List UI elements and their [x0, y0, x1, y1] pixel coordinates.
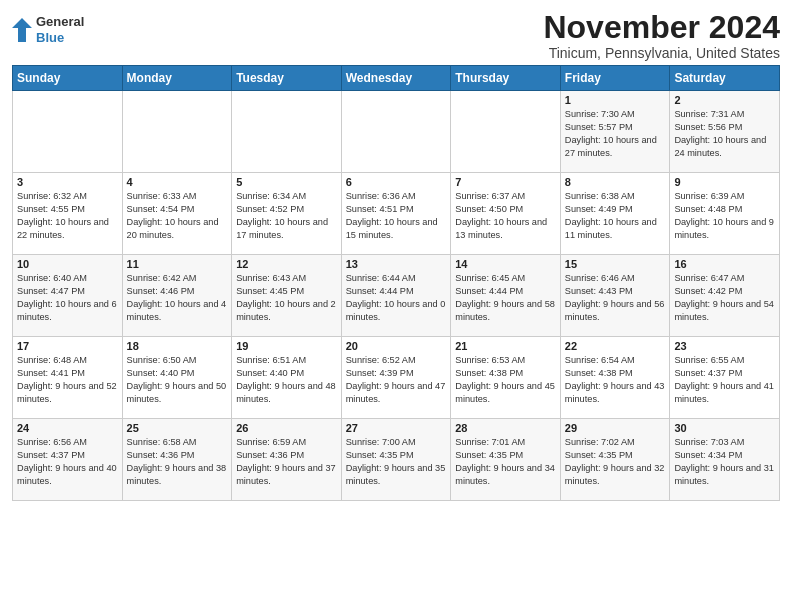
calendar-cell: 9Sunrise: 6:39 AM Sunset: 4:48 PM Daylig…: [670, 173, 780, 255]
day-info: Sunrise: 7:30 AM Sunset: 5:57 PM Dayligh…: [565, 108, 666, 160]
header-saturday: Saturday: [670, 66, 780, 91]
day-info: Sunrise: 6:42 AM Sunset: 4:46 PM Dayligh…: [127, 272, 228, 324]
header-sunday: Sunday: [13, 66, 123, 91]
svg-marker-0: [12, 18, 32, 42]
day-number: 28: [455, 422, 556, 434]
calendar-cell: 28Sunrise: 7:01 AM Sunset: 4:35 PM Dayli…: [451, 419, 561, 501]
day-number: 14: [455, 258, 556, 270]
day-number: 15: [565, 258, 666, 270]
day-number: 26: [236, 422, 337, 434]
calendar-cell: 27Sunrise: 7:00 AM Sunset: 4:35 PM Dayli…: [341, 419, 451, 501]
day-info: Sunrise: 6:54 AM Sunset: 4:38 PM Dayligh…: [565, 354, 666, 406]
calendar-cell: 15Sunrise: 6:46 AM Sunset: 4:43 PM Dayli…: [560, 255, 670, 337]
calendar-week-1: 3Sunrise: 6:32 AM Sunset: 4:55 PM Daylig…: [13, 173, 780, 255]
day-number: 4: [127, 176, 228, 188]
calendar-cell: 19Sunrise: 6:51 AM Sunset: 4:40 PM Dayli…: [232, 337, 342, 419]
day-number: 9: [674, 176, 775, 188]
day-info: Sunrise: 6:43 AM Sunset: 4:45 PM Dayligh…: [236, 272, 337, 324]
day-number: 6: [346, 176, 447, 188]
calendar-cell: 7Sunrise: 6:37 AM Sunset: 4:50 PM Daylig…: [451, 173, 561, 255]
day-number: 11: [127, 258, 228, 270]
calendar-cell: 23Sunrise: 6:55 AM Sunset: 4:37 PM Dayli…: [670, 337, 780, 419]
day-info: Sunrise: 7:31 AM Sunset: 5:56 PM Dayligh…: [674, 108, 775, 160]
day-info: Sunrise: 6:34 AM Sunset: 4:52 PM Dayligh…: [236, 190, 337, 242]
logo-text: General Blue: [12, 14, 84, 45]
day-number: 7: [455, 176, 556, 188]
calendar-week-3: 17Sunrise: 6:48 AM Sunset: 4:41 PM Dayli…: [13, 337, 780, 419]
calendar-header-row: Sunday Monday Tuesday Wednesday Thursday…: [13, 66, 780, 91]
calendar-week-2: 10Sunrise: 6:40 AM Sunset: 4:47 PM Dayli…: [13, 255, 780, 337]
day-info: Sunrise: 6:36 AM Sunset: 4:51 PM Dayligh…: [346, 190, 447, 242]
day-number: 30: [674, 422, 775, 434]
header-friday: Friday: [560, 66, 670, 91]
day-info: Sunrise: 6:51 AM Sunset: 4:40 PM Dayligh…: [236, 354, 337, 406]
calendar-cell: 8Sunrise: 6:38 AM Sunset: 4:49 PM Daylig…: [560, 173, 670, 255]
calendar-cell: 6Sunrise: 6:36 AM Sunset: 4:51 PM Daylig…: [341, 173, 451, 255]
header-tuesday: Tuesday: [232, 66, 342, 91]
day-number: 24: [17, 422, 118, 434]
day-number: 8: [565, 176, 666, 188]
day-info: Sunrise: 6:56 AM Sunset: 4:37 PM Dayligh…: [17, 436, 118, 488]
calendar-cell: 26Sunrise: 6:59 AM Sunset: 4:36 PM Dayli…: [232, 419, 342, 501]
calendar-cell: 30Sunrise: 7:03 AM Sunset: 4:34 PM Dayli…: [670, 419, 780, 501]
calendar-cell: 29Sunrise: 7:02 AM Sunset: 4:35 PM Dayli…: [560, 419, 670, 501]
day-info: Sunrise: 7:00 AM Sunset: 4:35 PM Dayligh…: [346, 436, 447, 488]
calendar-cell: 11Sunrise: 6:42 AM Sunset: 4:46 PM Dayli…: [122, 255, 232, 337]
day-number: 16: [674, 258, 775, 270]
day-info: Sunrise: 7:01 AM Sunset: 4:35 PM Dayligh…: [455, 436, 556, 488]
calendar-cell: 1Sunrise: 7:30 AM Sunset: 5:57 PM Daylig…: [560, 91, 670, 173]
header-wednesday: Wednesday: [341, 66, 451, 91]
day-info: Sunrise: 6:39 AM Sunset: 4:48 PM Dayligh…: [674, 190, 775, 242]
day-number: 10: [17, 258, 118, 270]
day-number: 22: [565, 340, 666, 352]
day-info: Sunrise: 6:53 AM Sunset: 4:38 PM Dayligh…: [455, 354, 556, 406]
calendar-cell: 25Sunrise: 6:58 AM Sunset: 4:36 PM Dayli…: [122, 419, 232, 501]
day-number: 12: [236, 258, 337, 270]
calendar-cell: 24Sunrise: 6:56 AM Sunset: 4:37 PM Dayli…: [13, 419, 123, 501]
day-info: Sunrise: 6:44 AM Sunset: 4:44 PM Dayligh…: [346, 272, 447, 324]
header-thursday: Thursday: [451, 66, 561, 91]
calendar-cell: 10Sunrise: 6:40 AM Sunset: 4:47 PM Dayli…: [13, 255, 123, 337]
day-number: 20: [346, 340, 447, 352]
day-number: 19: [236, 340, 337, 352]
subtitle: Tinicum, Pennsylvania, United States: [543, 45, 780, 61]
day-info: Sunrise: 6:47 AM Sunset: 4:42 PM Dayligh…: [674, 272, 775, 324]
day-info: Sunrise: 6:48 AM Sunset: 4:41 PM Dayligh…: [17, 354, 118, 406]
day-info: Sunrise: 6:50 AM Sunset: 4:40 PM Dayligh…: [127, 354, 228, 406]
day-number: 25: [127, 422, 228, 434]
header-monday: Monday: [122, 66, 232, 91]
day-number: 21: [455, 340, 556, 352]
day-info: Sunrise: 6:37 AM Sunset: 4:50 PM Dayligh…: [455, 190, 556, 242]
calendar-week-4: 24Sunrise: 6:56 AM Sunset: 4:37 PM Dayli…: [13, 419, 780, 501]
calendar-cell: 14Sunrise: 6:45 AM Sunset: 4:44 PM Dayli…: [451, 255, 561, 337]
day-number: 1: [565, 94, 666, 106]
calendar-cell: 21Sunrise: 6:53 AM Sunset: 4:38 PM Dayli…: [451, 337, 561, 419]
calendar-week-0: 1Sunrise: 7:30 AM Sunset: 5:57 PM Daylig…: [13, 91, 780, 173]
calendar-cell: 17Sunrise: 6:48 AM Sunset: 4:41 PM Dayli…: [13, 337, 123, 419]
day-number: 2: [674, 94, 775, 106]
day-info: Sunrise: 6:45 AM Sunset: 4:44 PM Dayligh…: [455, 272, 556, 324]
calendar-cell: 12Sunrise: 6:43 AM Sunset: 4:45 PM Dayli…: [232, 255, 342, 337]
calendar-cell: [451, 91, 561, 173]
day-number: 17: [17, 340, 118, 352]
day-info: Sunrise: 6:55 AM Sunset: 4:37 PM Dayligh…: [674, 354, 775, 406]
day-number: 23: [674, 340, 775, 352]
day-number: 5: [236, 176, 337, 188]
calendar-cell: [13, 91, 123, 173]
calendar-cell: [232, 91, 342, 173]
logo: General Blue: [12, 14, 84, 45]
calendar-table: Sunday Monday Tuesday Wednesday Thursday…: [12, 65, 780, 501]
title-block: November 2024 Tinicum, Pennsylvania, Uni…: [543, 10, 780, 61]
day-number: 29: [565, 422, 666, 434]
calendar-cell: [122, 91, 232, 173]
day-info: Sunrise: 6:52 AM Sunset: 4:39 PM Dayligh…: [346, 354, 447, 406]
calendar-cell: [341, 91, 451, 173]
month-title: November 2024: [543, 10, 780, 45]
calendar-cell: 13Sunrise: 6:44 AM Sunset: 4:44 PM Dayli…: [341, 255, 451, 337]
day-info: Sunrise: 7:03 AM Sunset: 4:34 PM Dayligh…: [674, 436, 775, 488]
calendar-cell: 22Sunrise: 6:54 AM Sunset: 4:38 PM Dayli…: [560, 337, 670, 419]
day-info: Sunrise: 6:40 AM Sunset: 4:47 PM Dayligh…: [17, 272, 118, 324]
day-number: 13: [346, 258, 447, 270]
logo-bird-icon: [12, 18, 32, 42]
day-info: Sunrise: 6:33 AM Sunset: 4:54 PM Dayligh…: [127, 190, 228, 242]
